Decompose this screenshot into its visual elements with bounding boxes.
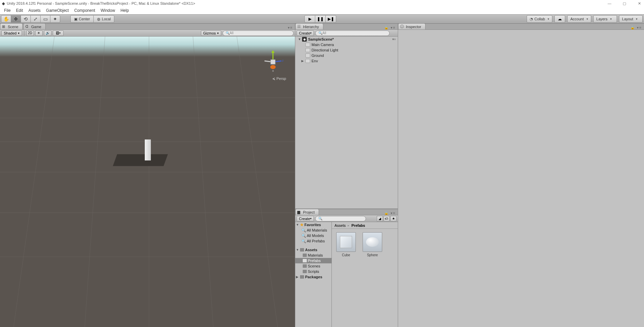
tab-inspector[interactable]: ⓘInspector [398,23,426,29]
account-dropdown[interactable]: Account [567,15,591,23]
asset-cube[interactable]: Cube [335,232,357,257]
project-folders[interactable]: ▼★Favorites 🔍All Materials 🔍All Models 🔍… [295,222,332,327]
menu-file[interactable]: File [1,7,13,14]
cloud-button[interactable]: ☁ [554,15,565,23]
lighting-toggle[interactable]: ☀ [35,30,43,36]
game-tab-icon: ᗡ [25,24,28,29]
rotate-tool-button[interactable]: ⟲ [21,15,31,23]
perspective-label[interactable]: ≼ Persp [272,77,286,81]
folder-icon [303,254,307,257]
collab-dropdown[interactable]: ◔Collab [527,15,552,23]
unified-tool-button[interactable]: ✦ [50,15,60,23]
hierarchy-item[interactable]: Directional Light [295,47,398,53]
svg-text:x: x [272,69,274,72]
inspector-options-icon[interactable]: 🔒 ▾≡ [630,26,644,29]
2d-toggle[interactable]: 2D [26,30,34,36]
move-tool-button[interactable]: ✥ [11,15,21,23]
pause-button[interactable]: ❚❚ [315,15,326,23]
scene-view[interactable]: z x ≼ Persp [0,37,295,327]
play-icon: ▶ [308,17,312,21]
menubar: File Edit Assets GameObject Component Wi… [0,7,644,14]
orientation-gizmo[interactable]: z x [261,50,285,74]
pause-icon: ❚❚ [317,17,324,21]
hierarchy-tree[interactable]: ▼ ◈ SampleScene* ▾≡ Main Camera Directio… [295,37,398,209]
assets-header[interactable]: ▼Assets [295,247,331,253]
favorite-item[interactable]: 🔍All Prefabs [295,238,331,244]
favorite-button[interactable]: ★ [390,216,396,221]
folder-item[interactable]: Materials [295,253,331,258]
hierarchy-item[interactable]: Main Camera [295,42,398,47]
layout-dropdown[interactable]: Layout [619,15,643,23]
scale-tool-button[interactable]: ⤢ [30,15,41,23]
hierarchy-item[interactable]: ▶Env [295,58,398,64]
menu-help[interactable]: Help [118,7,132,14]
asset-sphere[interactable]: Sphere [362,232,383,257]
folder-item[interactable]: Scenes [295,263,331,269]
expand-arrow-icon[interactable]: ▼ [298,38,302,41]
gizmos-dropdown[interactable]: Gizmos▾ [201,30,221,36]
project-options-icon[interactable]: 🔒 ▾≡ [384,211,398,215]
folder-icon [303,270,307,273]
close-button[interactable]: ✕ [637,1,642,6]
minimize-button[interactable]: — [607,1,612,6]
fx-toggle[interactable]: 🖼▾ [53,30,64,36]
hierarchy-search-input[interactable]: 🔍All [315,30,390,36]
scene-grid [0,37,295,327]
breadcrumb-item[interactable]: Assets [335,223,346,227]
breadcrumb-item[interactable]: Prefabs [351,223,365,227]
hierarchy-create-button[interactable]: Create ▾ [297,30,314,36]
folder-item[interactable]: Scripts [295,269,331,274]
pivot-toggle[interactable]: ▣Center [70,15,94,23]
local-icon: ◍ [97,17,100,21]
panel-options-icon[interactable]: ▾≡ [288,26,295,29]
project-filter-icons: ◢ 🏷 ★ [377,216,396,221]
project-create-button[interactable]: Create ▾ [297,216,314,221]
rect-icon: ▭ [43,16,48,22]
scale-icon: ⤢ [33,16,38,22]
maximize-button[interactable]: ▢ [622,1,627,6]
hierarchy-item[interactable]: Ground [295,53,398,58]
search-icon: 🔍 [301,234,306,238]
folder-item[interactable]: Prefabs [295,258,331,263]
favorites-header[interactable]: ▼★Favorites [295,222,331,227]
menu-window[interactable]: Window [98,7,118,14]
step-button[interactable]: ▶❚ [325,15,336,23]
hierarchy-options-icon[interactable]: 🔒 ▾≡ [384,26,398,29]
tab-project[interactable]: ▆Project [295,209,319,215]
audio-toggle[interactable]: 🔊 [44,30,51,36]
right-toolbar: ◔Collab ☁ Account Layers Layout [527,15,643,23]
svg-marker-4 [271,50,275,53]
window-titlebar: ◈ Unity 2018.4.12f1 Personal - SampleSce… [0,0,644,7]
folder-icon [300,275,304,279]
scene-search-input[interactable]: 🔍All [223,30,294,36]
inspector-panel: ⓘInspector 🔒 ▾≡ [398,24,644,327]
hand-tool-button[interactable]: ✋ [1,15,11,23]
tab-scene[interactable]: ⊞Scene [0,23,23,29]
tab-game[interactable]: ᗡGame [23,23,46,29]
packages-header[interactable]: ▶Packages [295,274,331,280]
project-search-input[interactable]: 🔍 [315,216,366,221]
menu-component[interactable]: Component [71,7,98,14]
shading-mode-dropdown[interactable]: Shaded▾ [1,30,22,36]
favorite-item[interactable]: 🔍All Models [295,233,331,238]
rect-tool-button[interactable]: ▭ [40,15,50,23]
filter-button[interactable]: ◢ [377,216,383,221]
filter-type-button[interactable]: 🏷 [384,216,390,221]
menu-gameobject[interactable]: GameObject [43,7,71,14]
layers-dropdown[interactable]: Layers [593,15,617,23]
scene-options-icon[interactable]: ▾≡ [392,38,396,41]
expand-arrow-icon[interactable]: ▶ [301,59,305,63]
menu-assets[interactable]: Assets [26,7,43,14]
space-toggle[interactable]: ◍Local [93,15,114,23]
hierarchy-panel: ☷Hierarchy 🔒 ▾≡ Create ▾ 🔍All ▼ ◈ Sample… [295,24,398,209]
unified-icon: ✦ [53,16,57,22]
gameobject-icon [305,43,310,47]
star-icon: ★ [300,222,304,227]
scene-row[interactable]: ▼ ◈ SampleScene* ▾≡ [295,37,398,42]
favorite-item[interactable]: 🔍All Materials [295,227,331,233]
play-button[interactable]: ▶ [304,15,315,23]
tab-hierarchy[interactable]: ☷Hierarchy [295,23,323,29]
asset-grid[interactable]: Cube Sphere [332,229,398,327]
project-panel: ▆Project 🔒 ▾≡ Create ▾ 🔍 ◢ 🏷 ★ ▼★Favorit… [295,209,398,327]
menu-edit[interactable]: Edit [13,7,26,14]
